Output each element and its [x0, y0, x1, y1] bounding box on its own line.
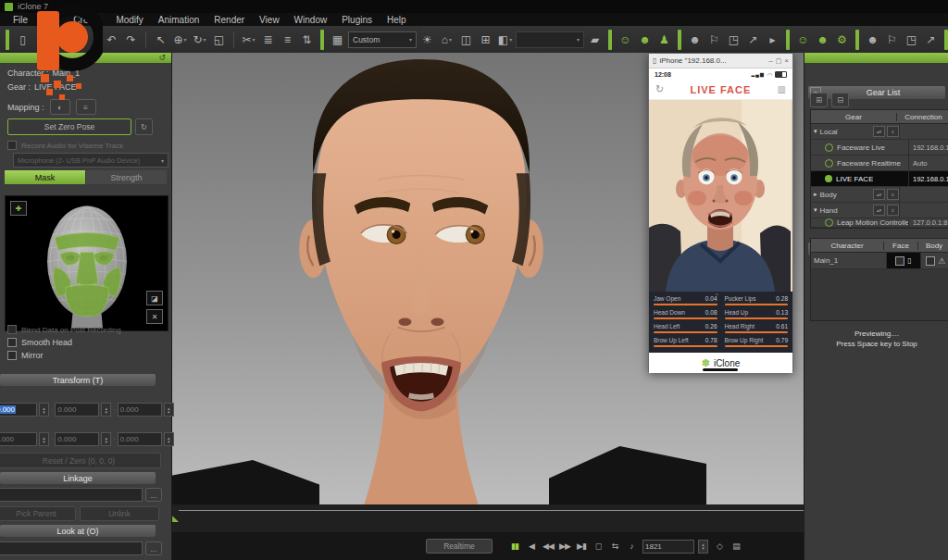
rotate-z-spinner[interactable]: ▴▾: [164, 432, 174, 446]
loop-button[interactable]: ⇆: [607, 539, 622, 554]
rotate-z-field[interactable]: 0.000: [118, 432, 162, 446]
unlink-button[interactable]: Unlink: [80, 506, 159, 521]
gear-row-live-face[interactable]: LIVE FACE 192.168.0.13:999: [811, 171, 948, 187]
menu-render[interactable]: Render: [206, 15, 252, 25]
gear-row-local[interactable]: ▾Local ▴▾≡: [811, 124, 948, 140]
face-puppet-icon[interactable]: ☻: [686, 31, 704, 49]
linkage-browse-button[interactable]: ...: [145, 488, 162, 502]
gear-reorder-up-icon[interactable]: ▴▾: [873, 126, 885, 137]
select-tool-icon[interactable]: ↖: [152, 31, 169, 49]
linkage-target-field[interactable]: [0, 488, 143, 502]
physics-icon[interactable]: ⚙: [833, 31, 851, 49]
last-frame-button[interactable]: ▶▮: [574, 539, 589, 554]
minimize-icon[interactable]: –: [768, 56, 772, 65]
fullscreen-icon[interactable]: ◧▾: [496, 31, 514, 49]
more-icon[interactable]: ▸: [764, 31, 781, 49]
transform-y-spinner[interactable]: ▴▾: [101, 403, 111, 417]
mask-delete-button[interactable]: ✕: [146, 309, 163, 324]
transform-section-header[interactable]: Transform (T): [0, 374, 156, 386]
menu-file[interactable]: File: [6, 15, 35, 25]
gear-reorder-up-icon[interactable]: ▴▾: [873, 189, 885, 200]
look-at-browse-button[interactable]: ...: [145, 541, 162, 555]
rotate-y-field[interactable]: 0.000: [55, 432, 99, 446]
curve-icon[interactable]: ↗: [922, 31, 940, 49]
tab-strength[interactable]: Strength: [86, 170, 167, 184]
menu-create[interactable]: Create: [66, 15, 108, 25]
record-audio-checkbox[interactable]: [7, 141, 17, 150]
live-face-phone-window[interactable]: ▯ iPhone "192.168.0... – ▢ × 12:08 ▂▄▆ ◠…: [648, 53, 793, 372]
refresh-icon[interactable]: ↻: [655, 83, 664, 95]
screen-layout-icon[interactable]: ▦: [329, 31, 346, 49]
gear-reorder-up-icon[interactable]: ▴▾: [873, 205, 885, 216]
rotate-tool-icon[interactable]: ↻▾: [191, 31, 208, 49]
detach-icon[interactable]: ✂▾: [240, 31, 257, 49]
undo-icon[interactable]: ↶: [103, 31, 120, 49]
prop-box-icon[interactable]: ◳: [903, 31, 920, 49]
maximize-icon[interactable]: ▢: [776, 57, 782, 65]
link-icon[interactable]: ↗: [744, 31, 762, 49]
panel-collapse-icon[interactable]: ↺: [158, 53, 166, 63]
gear-row-hand[interactable]: ▾Hand ▴▾≡: [811, 203, 948, 218]
create-prop-icon[interactable]: ☺: [794, 31, 812, 49]
smooth-head-checkbox[interactable]: [7, 338, 17, 347]
realtime-button[interactable]: Realtime: [426, 539, 493, 554]
align-list-icon[interactable]: ≡: [279, 31, 296, 49]
gear-options-icon[interactable]: ≡: [887, 205, 899, 216]
gear-row-body[interactable]: ▸Body ▴▾≡: [811, 187, 948, 203]
brightness-icon[interactable]: ☀: [418, 31, 436, 49]
grid-toggle-icon[interactable]: ⊞: [477, 31, 494, 49]
gear-row-faceware-realtime[interactable]: Faceware Realtime Auto: [811, 156, 948, 171]
phone-window-titlebar[interactable]: ▯ iPhone "192.168.0... – ▢ ×: [649, 54, 792, 68]
mapping-list-button[interactable]: ≡: [76, 99, 96, 115]
face-mapping-button[interactable]: ◐: [50, 99, 70, 115]
new-project-icon[interactable]: ▯: [14, 31, 31, 49]
body-puppet-icon[interactable]: ☻: [864, 31, 881, 49]
menu-window[interactable]: Window: [287, 15, 335, 25]
face-mask-preview[interactable]: ✚ ◪ ✕: [5, 195, 168, 331]
motion-layer-icon[interactable]: ◳: [725, 31, 742, 49]
gear-row-leap-motion[interactable]: Leap Motion Controller 127.0.0.1:817: [811, 218, 948, 228]
play-reverse-button[interactable]: ◀: [524, 539, 539, 554]
gizmo-icon[interactable]: ⇅: [298, 31, 316, 49]
gear-options-icon[interactable]: ≡: [887, 126, 899, 137]
record-button[interactable]: ◇: [712, 539, 727, 554]
home-view-icon[interactable]: ⌂▾: [438, 31, 455, 49]
move-tool-icon[interactable]: ⊕▾: [171, 31, 189, 49]
blend-data-checkbox[interactable]: [7, 325, 17, 334]
transform-z-spinner[interactable]: ▴▾: [164, 403, 174, 417]
render-button[interactable]: ▤: [729, 539, 743, 554]
rotate-x-field[interactable]: 0.000: [0, 432, 37, 446]
export-icon[interactable]: ⇥: [72, 31, 90, 49]
motion-icon[interactable]: ♟: [655, 31, 673, 49]
menu-plugins[interactable]: Plugins: [334, 15, 380, 25]
gear-row-faceware-live[interactable]: Faceware Live 192.168.0.12:802: [811, 140, 948, 156]
prop-morph-icon[interactable]: ☻: [814, 31, 831, 49]
character-row-main-1[interactable]: Main_1 ▯ ⚠: [811, 253, 948, 269]
stop-button[interactable]: ◻: [591, 539, 605, 554]
menu-help[interactable]: Help: [380, 15, 414, 25]
mask-load-button[interactable]: ◪: [146, 291, 163, 305]
add-gear-button[interactable]: ⊞: [810, 93, 828, 107]
menu-view[interactable]: View: [252, 15, 287, 25]
reset-transform-button[interactable]: Reset / Zero (0, 0, 0): [0, 453, 161, 468]
body-enable-checkbox[interactable]: [926, 256, 935, 266]
mirror-checkbox[interactable]: [7, 351, 17, 360]
camcorder-icon[interactable]: ▰: [586, 31, 604, 49]
microphone-select[interactable]: Microphone (2- USB PnP Audio Device) ▾: [13, 153, 168, 168]
linkage-section-header[interactable]: Linkage: [0, 472, 156, 484]
mask-pan-icon[interactable]: ✚: [10, 201, 27, 216]
transform-z-field[interactable]: 0.000: [118, 403, 162, 417]
look-at-target-field[interactable]: [0, 541, 143, 555]
reach-target-icon[interactable]: ⚐: [705, 31, 723, 49]
face-enable-checkbox[interactable]: [895, 256, 904, 266]
save-project-icon[interactable]: ▣: [53, 31, 70, 49]
align-icon[interactable]: ≣: [259, 31, 277, 49]
audio-button[interactable]: ♪: [624, 539, 639, 554]
next-frame-button[interactable]: ▶▶: [557, 539, 572, 554]
close-icon[interactable]: ×: [784, 56, 789, 65]
remove-gear-button[interactable]: ⊟: [831, 93, 849, 107]
camera-view-icon[interactable]: ◫: [457, 31, 475, 49]
pause-button[interactable]: ▮▮: [507, 539, 522, 554]
rotate-y-spinner[interactable]: ▴▾: [101, 432, 111, 446]
menu-animation[interactable]: Animation: [151, 15, 206, 25]
